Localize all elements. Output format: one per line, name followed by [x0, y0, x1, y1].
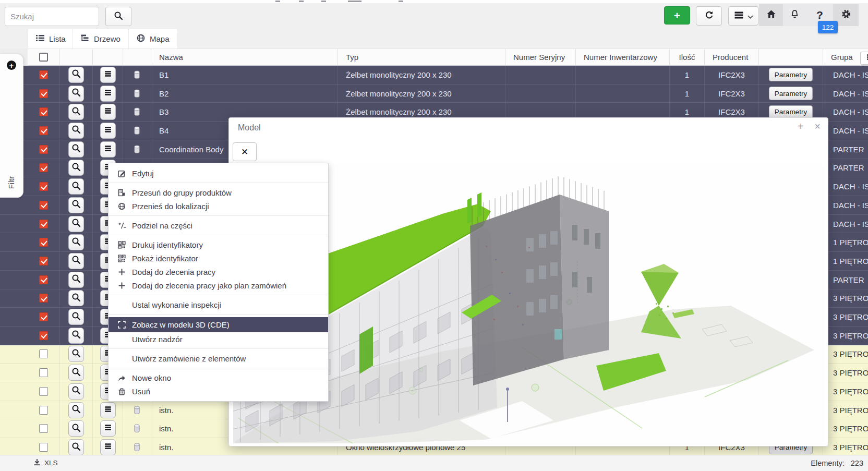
context-menu-item[interactable]: Podziel na części [108, 219, 328, 232]
header-numer-inwentarzowy[interactable]: Numer Inwentarzowy [576, 49, 670, 65]
row-inspect-button[interactable] [68, 439, 84, 455]
context-menu-item[interactable]: Zobacz w modelu 3D (CDE) [108, 317, 328, 332]
parametry-button[interactable]: Parametry [769, 87, 813, 100]
filter-panel-tab[interactable]: + Filtr [0, 54, 23, 198]
tab-lista[interactable]: Lista [28, 29, 74, 49]
context-menu-item[interactable]: Ustal wykonanie inspekcji [108, 298, 328, 311]
header-producent[interactable]: Producent [705, 49, 759, 65]
row-checkbox[interactable] [39, 182, 48, 191]
row-inspect-button[interactable] [68, 365, 84, 381]
header-typ[interactable]: Typ [338, 49, 505, 65]
row-inspect-button[interactable] [68, 272, 84, 288]
main-menu-button[interactable] [728, 6, 758, 26]
home-button[interactable] [759, 4, 783, 26]
search-button[interactable] [105, 7, 131, 26]
row-menu-button[interactable] [100, 141, 116, 158]
row-checkbox[interactable] [39, 107, 48, 116]
table-row[interactable]: B2Żelbet monolityczny 200 x 2301IFC2X3Pa… [0, 84, 868, 103]
row-inspect-button[interactable] [68, 346, 84, 362]
row-checkbox[interactable] [39, 145, 48, 154]
row-checkbox[interactable] [39, 294, 48, 303]
refresh-button[interactable] [696, 6, 722, 26]
row-menu-button[interactable] [100, 123, 116, 139]
context-menu-item[interactable]: Usuń [108, 384, 328, 398]
row-inspect-button[interactable] [68, 197, 84, 213]
header-nazwa[interactable]: Nazwa [151, 49, 338, 65]
row-inspect-button[interactable] [68, 328, 84, 344]
context-menu-item[interactable]: Pokaż identyfikator [108, 251, 328, 265]
row-inspect-button[interactable] [68, 234, 84, 250]
row-menu-button[interactable] [100, 420, 116, 437]
tab-drzewo[interactable]: Drzewo [73, 29, 129, 49]
row-checkbox[interactable] [39, 70, 48, 79]
row-inspect-button[interactable] [68, 253, 84, 269]
row-inspect-button[interactable] [68, 160, 84, 176]
row-inspect-button[interactable] [68, 141, 84, 158]
menu-icon [104, 70, 112, 80]
row-inspect-button[interactable] [68, 104, 84, 120]
add-button[interactable]: + [664, 6, 690, 25]
parametry-button[interactable]: Parametry [769, 105, 813, 119]
row-checkbox[interactable] [39, 89, 48, 98]
tree-icon [81, 34, 89, 43]
row-checkbox[interactable] [39, 312, 48, 321]
search-icon [71, 293, 81, 304]
row-checkbox[interactable] [39, 368, 48, 377]
context-menu-item[interactable]: Nowe okno [108, 371, 328, 384]
row-checkbox[interactable] [39, 424, 48, 433]
row-inspect-button[interactable] [68, 86, 84, 102]
header-numer-seryjny[interactable]: Numer Seryjny [505, 49, 576, 65]
row-checkbox[interactable] [39, 163, 48, 172]
row-menu-button[interactable] [100, 104, 116, 120]
row-menu-button[interactable] [100, 402, 116, 418]
row-inspect-button[interactable] [68, 290, 84, 306]
tab-mapa[interactable]: Mapa [128, 29, 178, 49]
row-checkbox[interactable] [39, 238, 48, 247]
search-icon [71, 237, 81, 248]
row-checkbox[interactable] [39, 331, 48, 340]
row-inspect-button[interactable] [68, 420, 84, 437]
context-menu-item[interactable]: Przesuń do grupy produktów [108, 186, 328, 199]
row-checkbox[interactable] [39, 220, 48, 228]
modal-add-icon[interactable]: + [798, 121, 804, 131]
column-settings-button[interactable] [860, 52, 868, 65]
export-xls-button[interactable]: XLS [33, 458, 58, 467]
row-checkbox[interactable] [39, 387, 48, 396]
select-all-cell[interactable] [28, 49, 60, 65]
row-checkbox[interactable] [39, 275, 48, 284]
notifications-button[interactable] [783, 4, 806, 26]
row-menu-button[interactable] [100, 67, 116, 83]
search-input[interactable] [5, 7, 99, 26]
search-icon [71, 106, 81, 118]
context-menu-item[interactable]: Dodaj do zlecenia pracy [108, 265, 328, 279]
elements-label: Elementy: [811, 459, 844, 467]
row-inspect-button[interactable] [68, 67, 84, 83]
row-menu-button[interactable] [100, 439, 116, 455]
context-menu-item[interactable]: Utwórz nadzór [108, 332, 328, 346]
row-inspect-button[interactable] [68, 216, 84, 232]
row-menu-button[interactable] [100, 86, 116, 102]
filter-add-icon[interactable]: + [7, 61, 16, 70]
row-checkbox[interactable] [39, 349, 48, 358]
row-checkbox[interactable] [39, 443, 48, 452]
row-inspect-button[interactable] [68, 178, 84, 195]
table-row[interactable]: B1Żelbet monolityczny 200 x 2301IFC2X3Pa… [0, 66, 868, 84]
row-checkbox[interactable] [39, 126, 48, 135]
row-inspect-button[interactable] [68, 123, 84, 139]
clear-selection-button[interactable]: ✕ [233, 142, 257, 161]
modal-close-icon[interactable]: × [814, 121, 821, 131]
context-menu-item[interactable]: Przenieś do lokalizacji [108, 199, 328, 213]
parametry-button[interactable]: Parametry [769, 68, 813, 81]
select-all-checkbox[interactable] [39, 53, 48, 62]
header-ilosc[interactable]: Ilość [670, 49, 705, 65]
context-menu-item[interactable]: Drukuj identyfikatory [108, 238, 328, 251]
context-menu-item[interactable]: Edytuj [108, 166, 328, 180]
row-inspect-button[interactable] [68, 309, 84, 325]
row-checkbox[interactable] [39, 406, 48, 415]
context-menu-item[interactable]: Dodaj do zlecenia pracy jako plan zamówi… [108, 279, 328, 292]
context-menu-item[interactable]: Utwórz zamówienie z elementów [108, 352, 328, 365]
row-checkbox[interactable] [39, 201, 48, 210]
row-inspect-button[interactable] [68, 402, 84, 418]
row-inspect-button[interactable] [68, 383, 84, 400]
row-checkbox[interactable] [39, 257, 48, 265]
